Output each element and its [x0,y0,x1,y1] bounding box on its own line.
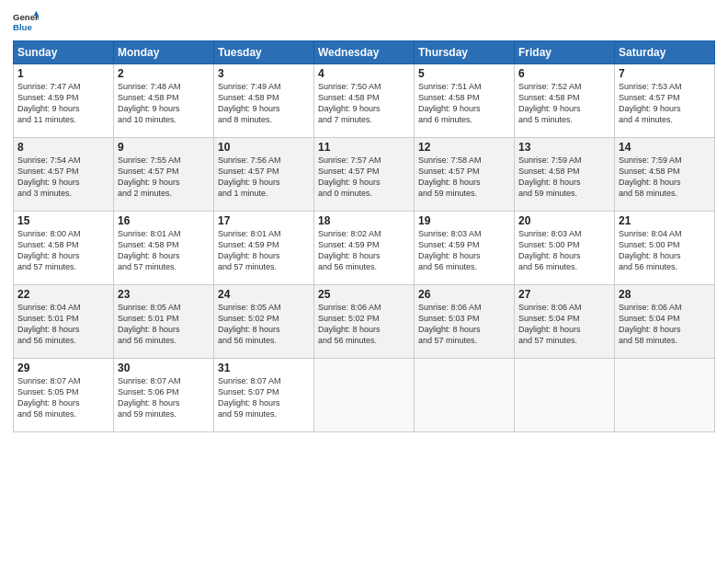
day-info: Sunrise: 8:06 AMSunset: 5:04 PMDaylight:… [619,302,711,347]
day-number: 16 [118,214,210,227]
day-number: 22 [17,288,109,301]
calendar-cell: 21Sunrise: 8:04 AMSunset: 5:00 PMDayligh… [615,212,715,285]
day-info: Sunrise: 8:07 AMSunset: 5:06 PMDaylight:… [118,375,210,420]
calendar-cell: 11Sunrise: 7:57 AMSunset: 4:57 PMDayligh… [314,138,415,212]
day-number: 12 [418,141,510,154]
day-info: Sunrise: 8:04 AMSunset: 5:01 PMDaylight:… [17,302,109,347]
calendar-cell: 1Sunrise: 7:47 AMSunset: 4:59 PMDaylight… [14,64,114,138]
day-info: Sunrise: 8:03 AMSunset: 4:59 PMDaylight:… [418,228,510,273]
calendar-cell: 8Sunrise: 7:54 AMSunset: 4:57 PMDaylight… [14,138,114,212]
day-number: 30 [118,362,210,374]
svg-text:Blue: Blue [13,22,32,32]
calendar-cell: 16Sunrise: 8:01 AMSunset: 4:58 PMDayligh… [114,212,214,285]
day-info: Sunrise: 8:04 AMSunset: 5:00 PMDaylight:… [619,228,711,273]
day-number: 4 [318,67,410,80]
day-number: 10 [218,141,310,154]
day-info: Sunrise: 7:59 AMSunset: 4:58 PMDaylight:… [518,155,610,200]
calendar-header-wednesday: Wednesday [314,41,415,64]
calendar-cell: 28Sunrise: 8:06 AMSunset: 5:04 PMDayligh… [615,285,715,359]
calendar-header-saturday: Saturday [615,41,715,64]
calendar-cell: 2Sunrise: 7:48 AMSunset: 4:58 PMDaylight… [114,64,214,138]
day-info: Sunrise: 7:48 AMSunset: 4:58 PMDaylight:… [118,81,210,126]
day-number: 31 [218,362,310,374]
day-info: Sunrise: 7:58 AMSunset: 4:57 PMDaylight:… [418,155,510,200]
day-number: 7 [619,67,711,80]
day-info: Sunrise: 7:53 AMSunset: 4:57 PMDaylight:… [619,81,711,126]
calendar-cell: 18Sunrise: 8:02 AMSunset: 4:59 PMDayligh… [314,212,415,285]
day-number: 19 [418,214,510,227]
day-number: 21 [619,214,711,227]
day-number: 15 [17,214,109,227]
day-info: Sunrise: 8:06 AMSunset: 5:02 PMDaylight:… [318,302,410,347]
calendar-cell: 27Sunrise: 8:06 AMSunset: 5:04 PMDayligh… [515,285,615,359]
day-number: 11 [318,141,410,154]
day-info: Sunrise: 7:57 AMSunset: 4:57 PMDaylight:… [318,155,410,200]
calendar-cell: 23Sunrise: 8:05 AMSunset: 5:01 PMDayligh… [114,285,214,359]
logo-icon: General Blue [13,9,39,35]
day-info: Sunrise: 8:07 AMSunset: 5:07 PMDaylight:… [218,375,310,420]
day-number: 8 [17,141,109,154]
calendar-header-row: SundayMondayTuesdayWednesdayThursdayFrid… [14,41,715,64]
day-number: 29 [17,362,109,374]
calendar-header-tuesday: Tuesday [214,41,314,64]
calendar-cell: 24Sunrise: 8:05 AMSunset: 5:02 PMDayligh… [214,285,314,359]
day-info: Sunrise: 8:06 AMSunset: 5:03 PMDaylight:… [418,302,510,347]
calendar-cell: 5Sunrise: 7:51 AMSunset: 4:58 PMDaylight… [415,64,515,138]
calendar-cell: 25Sunrise: 8:06 AMSunset: 5:02 PMDayligh… [314,285,415,359]
calendar-cell: 4Sunrise: 7:50 AMSunset: 4:58 PMDaylight… [314,64,415,138]
day-number: 9 [118,141,210,154]
calendar-cell: 10Sunrise: 7:56 AMSunset: 4:57 PMDayligh… [214,138,314,212]
calendar-cell: 6Sunrise: 7:52 AMSunset: 4:58 PMDaylight… [515,64,615,138]
calendar-cell: 12Sunrise: 7:58 AMSunset: 4:57 PMDayligh… [415,138,515,212]
day-info: Sunrise: 8:05 AMSunset: 5:02 PMDaylight:… [218,302,310,347]
calendar-cell: 31Sunrise: 8:07 AMSunset: 5:07 PMDayligh… [214,359,314,432]
day-number: 18 [318,214,410,227]
calendar-header-thursday: Thursday [415,41,515,64]
day-info: Sunrise: 7:49 AMSunset: 4:58 PMDaylight:… [218,81,310,126]
calendar-cell: 20Sunrise: 8:03 AMSunset: 5:00 PMDayligh… [515,212,615,285]
calendar-cell [314,359,415,432]
day-info: Sunrise: 7:59 AMSunset: 4:58 PMDaylight:… [619,155,711,200]
day-number: 17 [218,214,310,227]
day-info: Sunrise: 8:05 AMSunset: 5:01 PMDaylight:… [118,302,210,347]
calendar-cell: 22Sunrise: 8:04 AMSunset: 5:01 PMDayligh… [14,285,114,359]
day-number: 6 [518,67,610,80]
day-info: Sunrise: 8:01 AMSunset: 4:59 PMDaylight:… [218,228,310,273]
day-number: 24 [218,288,310,301]
calendar-week-4: 22Sunrise: 8:04 AMSunset: 5:01 PMDayligh… [14,285,715,359]
day-number: 2 [118,67,210,80]
calendar-week-3: 15Sunrise: 8:00 AMSunset: 4:58 PMDayligh… [14,212,715,285]
page-header: General Blue [13,9,715,35]
calendar-cell: 26Sunrise: 8:06 AMSunset: 5:03 PMDayligh… [415,285,515,359]
calendar-cell: 19Sunrise: 8:03 AMSunset: 4:59 PMDayligh… [415,212,515,285]
calendar-cell: 15Sunrise: 8:00 AMSunset: 4:58 PMDayligh… [14,212,114,285]
calendar-cell [615,359,715,432]
calendar-header-sunday: Sunday [14,41,114,64]
calendar-header-monday: Monday [114,41,214,64]
calendar-cell: 17Sunrise: 8:01 AMSunset: 4:59 PMDayligh… [214,212,314,285]
day-number: 5 [418,67,510,80]
day-info: Sunrise: 8:00 AMSunset: 4:58 PMDaylight:… [17,228,109,273]
day-info: Sunrise: 8:02 AMSunset: 4:59 PMDaylight:… [318,228,410,273]
day-info: Sunrise: 7:55 AMSunset: 4:57 PMDaylight:… [118,155,210,200]
calendar-table: SundayMondayTuesdayWednesdayThursdayFrid… [13,40,715,432]
calendar-week-1: 1Sunrise: 7:47 AMSunset: 4:59 PMDaylight… [14,64,715,138]
day-info: Sunrise: 7:56 AMSunset: 4:57 PMDaylight:… [218,155,310,200]
day-info: Sunrise: 8:07 AMSunset: 5:05 PMDaylight:… [17,375,109,420]
day-number: 28 [619,288,711,301]
calendar-cell: 29Sunrise: 8:07 AMSunset: 5:05 PMDayligh… [14,359,114,432]
calendar-week-2: 8Sunrise: 7:54 AMSunset: 4:57 PMDaylight… [14,138,715,212]
day-number: 3 [218,67,310,80]
day-number: 20 [518,214,610,227]
day-number: 1 [17,67,109,80]
day-number: 26 [418,288,510,301]
day-info: Sunrise: 7:54 AMSunset: 4:57 PMDaylight:… [17,155,109,200]
calendar-cell: 14Sunrise: 7:59 AMSunset: 4:58 PMDayligh… [615,138,715,212]
day-info: Sunrise: 8:06 AMSunset: 5:04 PMDaylight:… [518,302,610,347]
calendar-cell [415,359,515,432]
day-number: 27 [518,288,610,301]
calendar-cell: 9Sunrise: 7:55 AMSunset: 4:57 PMDaylight… [114,138,214,212]
day-number: 23 [118,288,210,301]
day-info: Sunrise: 7:51 AMSunset: 4:58 PMDaylight:… [418,81,510,126]
day-info: Sunrise: 8:03 AMSunset: 5:00 PMDaylight:… [518,228,610,273]
